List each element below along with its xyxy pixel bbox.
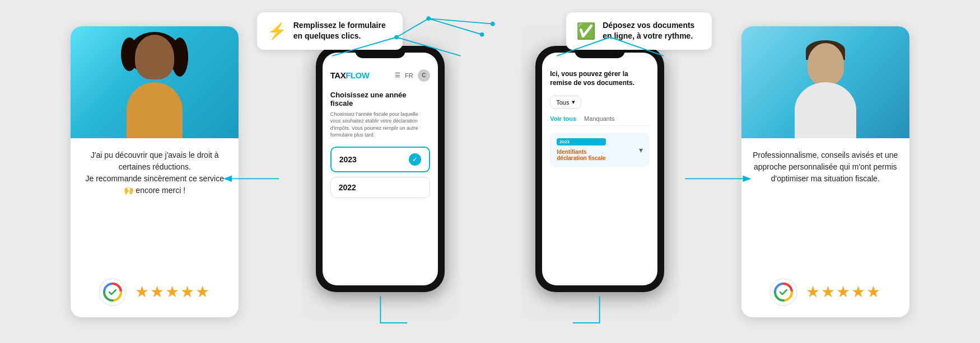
tab-manquants[interactable]: Manquants [584, 115, 614, 122]
bubble-text-2: Déposez vos documents en ligne, à votre … [603, 20, 694, 42]
year-2022-label: 2022 [339, 183, 356, 192]
phone2-title: Ici, vous pouvez gérer la remise de vos … [550, 69, 650, 88]
year-check-icon: ✓ [409, 153, 421, 166]
tab-voir-tous[interactable]: Voir tous [550, 115, 576, 122]
lang-label[interactable]: FR [405, 72, 413, 79]
speech-bubble-1: ⚡ Remplissez le formulaire en quelques c… [257, 12, 403, 50]
check-green-icon: ✅ [576, 22, 596, 40]
year-option-2022[interactable]: 2022 [330, 177, 430, 198]
google-check-icon-right [769, 278, 797, 306]
bubble-text-1: Remplissez le formulaire en quelques cli… [293, 20, 386, 42]
person-silhouette-left [115, 32, 194, 138]
doc-item[interactable]: 2023 Identifiants déclaration fiscale ▾ [550, 133, 650, 167]
speech-bubble-2: ✅ Déposez vos documents en ligne, à votr… [566, 12, 712, 50]
svg-point-6 [426, 16, 431, 21]
taxflow-nav: ☰ FR C [395, 69, 430, 82]
doc-year-badge: 2023 [557, 138, 605, 145]
year-option-2023[interactable]: 2023 ✓ [330, 147, 430, 172]
testimonial-card-left: J'ai pu découvrir que j'avais le droit à… [71, 26, 239, 317]
stars-left: ★★★★★ [135, 283, 211, 301]
filter-dropdown[interactable]: Tous ▾ [550, 96, 581, 109]
phone-screen-2: Ici, vous pouvez gérer la remise de vos … [542, 53, 657, 285]
chevron-down-icon: ▾ [572, 98, 575, 106]
year-2023-label: 2023 [339, 155, 357, 164]
taxflow-logo: TAXFLOW [330, 71, 370, 80]
phone-card-1: ⚡ Remplissez le formulaire en quelques c… [302, 24, 459, 320]
testimonial-text-right: Professionnalisme, conseils avisés et un… [741, 138, 909, 272]
hamburger-icon[interactable]: ☰ [395, 72, 400, 79]
phone1-title: Choisissez une année fiscale [330, 91, 430, 107]
phone-screen-1: TAXFLOW ☰ FR C Choisissez une année fisc… [323, 53, 438, 285]
stars-right: ★★★★★ [806, 283, 881, 301]
filter-tabs: Voir tous Manquants [550, 115, 650, 126]
phone-mockup-1: TAXFLOW ☰ FR C Choisissez une année fisc… [316, 46, 445, 292]
testimonial-text-left: J'ai pu découvrir que j'avais le droit à… [71, 138, 239, 272]
doc-item-left: 2023 Identifiants déclaration fiscale [557, 138, 605, 161]
lightning-icon: ⚡ [267, 22, 287, 40]
flow-text: FLOW [346, 71, 369, 80]
person-photo-right [741, 26, 909, 138]
testimonial-footer-left: ★★★★★ [71, 272, 239, 317]
taxflow-avatar[interactable]: C [418, 69, 430, 82]
doc-item-title: Identifiants déclaration fiscale [557, 149, 605, 161]
phone1-subtitle: Choisissez l'année fiscale pour laquelle… [330, 111, 430, 139]
testimonial-footer-right: ★★★★★ [741, 272, 909, 317]
female-head [135, 35, 174, 79]
person-photo-left [71, 26, 239, 138]
male-body [795, 82, 856, 138]
expand-icon: ▾ [639, 145, 643, 154]
google-check-icon-left [99, 278, 127, 306]
tax-text: TAX [330, 71, 346, 80]
filter-label: Tous [556, 99, 569, 106]
testimonial-card-right: Professionnalisme, conseils avisés et un… [741, 26, 909, 317]
phone-mockup-2: Ici, vous pouvez gérer la remise de vos … [535, 46, 664, 292]
male-head [808, 43, 844, 85]
taxflow-header: TAXFLOW ☰ FR C [330, 69, 430, 82]
person-silhouette-right [786, 32, 865, 138]
phone-card-2: ✅ Déposez vos documents en ligne, à votr… [521, 24, 678, 320]
female-body [127, 82, 183, 138]
